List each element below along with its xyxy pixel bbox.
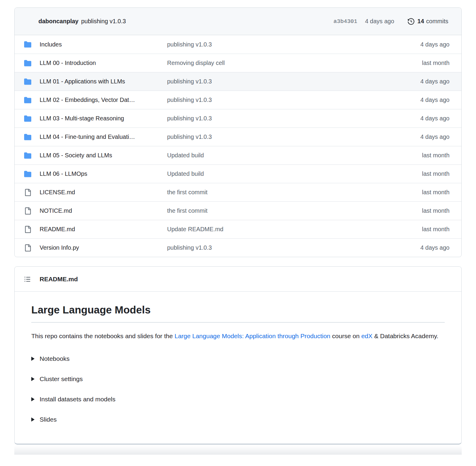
file-name-cell: Includes: [24, 41, 167, 48]
file-name[interactable]: Version Info.py: [40, 244, 79, 251]
table-row: Version Info.py publishing v1.0.3 4 days…: [15, 238, 461, 257]
folder-icon: [24, 170, 31, 178]
table-row: LLM 05 - Society and LLMs Updated build …: [15, 146, 461, 164]
readme-sections: Notebooks Cluster settings Install datas…: [31, 354, 445, 424]
readme-collapsible-section: Notebooks: [31, 354, 445, 363]
list-unordered-icon[interactable]: [24, 276, 31, 282]
readme-filename: README.md: [40, 276, 78, 283]
commits-count: 14: [417, 18, 424, 25]
folder-icon: [24, 60, 31, 67]
commit-message[interactable]: publishing v1.0.3: [167, 115, 420, 122]
commit-date: 4 days ago: [420, 41, 449, 48]
readme-header: README.md: [15, 267, 461, 292]
file-name-cell: LLM 01 - Applications with LLMs: [24, 78, 167, 85]
commit-message[interactable]: Updated build: [167, 152, 422, 159]
commit-date: 4 days ago: [420, 115, 449, 122]
section-summary[interactable]: Cluster settings: [31, 375, 445, 383]
file-name[interactable]: Includes: [40, 41, 62, 48]
section-label: Install datasets and models: [40, 395, 115, 404]
readme-intro: This repo contains the notebooks and sli…: [31, 330, 445, 342]
commit-message[interactable]: the first commit: [167, 189, 422, 196]
triangle-right-icon: [31, 377, 35, 381]
commit-message[interactable]: Update README.md: [167, 226, 422, 233]
file-icon: [24, 207, 31, 215]
triangle-right-icon: [31, 357, 35, 361]
commit-message[interactable]: publishing v1.0.3: [167, 78, 420, 85]
commit-message[interactable]: Removing display cell: [167, 60, 422, 66]
intro-text: This repo contains the notebooks and sli…: [31, 333, 175, 339]
file-name-cell: LICENSE.md: [24, 189, 167, 196]
folder-icon: [24, 78, 31, 85]
file-name-cell: LLM 06 - LLMOps: [24, 170, 167, 178]
edx-link[interactable]: edX: [361, 333, 372, 339]
commit-message[interactable]: publishing v1.0.3: [167, 41, 420, 48]
commit-message[interactable]: publishing v1.0.3: [167, 244, 420, 251]
commit-date: last month: [422, 152, 449, 159]
commits-history-link[interactable]: 14 commits: [408, 18, 448, 25]
section-label: Cluster settings: [40, 375, 83, 383]
commit-date: 4 days ago: [420, 244, 449, 251]
file-name[interactable]: LLM 06 - LLMOps: [40, 170, 87, 177]
table-row: LLM 06 - LLMOps Updated build last month: [15, 164, 461, 183]
commit-message[interactable]: the first commit: [167, 207, 422, 214]
commit-date: last month: [422, 170, 449, 177]
readme-collapsible-section: Cluster settings: [31, 375, 445, 383]
section-label: Notebooks: [40, 354, 69, 363]
commit-date: last month: [422, 189, 449, 196]
latest-commit-bar: daboncanplay publishing v1.0.3 a3b4301 4…: [15, 8, 461, 35]
file-name-cell: LLM 05 - Society and LLMs: [24, 152, 167, 159]
commit-meta: a3b4301 4 days ago 14 commits: [334, 18, 448, 25]
file-name[interactable]: LLM 04 - Fine-tuning and Evaluati…: [40, 133, 135, 140]
commit-message-link[interactable]: publishing v1.0.3: [81, 18, 126, 25]
table-row: Includes publishing v1.0.3 4 days ago: [15, 35, 461, 54]
table-row: LICENSE.md the first commit last month: [15, 183, 461, 201]
file-icon: [24, 189, 31, 196]
file-name-cell: LLM 04 - Fine-tuning and Evaluati…: [24, 133, 167, 141]
file-name[interactable]: LLM 03 - Multi-stage Reasoning: [40, 115, 124, 122]
commit-author-link[interactable]: daboncanplay: [38, 18, 78, 25]
commit-message[interactable]: publishing v1.0.3: [167, 133, 420, 140]
folder-icon: [24, 41, 31, 48]
triangle-right-icon: [31, 417, 35, 422]
file-name[interactable]: README.md: [40, 226, 75, 233]
repo-page: daboncanplay publishing v1.0.3 a3b4301 4…: [0, 0, 476, 455]
file-name[interactable]: LICENSE.md: [40, 189, 75, 196]
commit-message[interactable]: Updated build: [167, 170, 422, 177]
section-summary[interactable]: Install datasets and models: [31, 395, 445, 404]
file-name-cell: LLM 00 - Introduction: [24, 60, 167, 67]
file-listing-box: daboncanplay publishing v1.0.3 a3b4301 4…: [14, 7, 462, 257]
table-row: LLM 02 - Embeddings, Vector Dat… publish…: [15, 91, 461, 109]
commit-message[interactable]: publishing v1.0.3: [167, 97, 420, 103]
commit-date: last month: [422, 226, 449, 233]
intro-text: course on: [330, 333, 361, 339]
folder-icon: [24, 133, 31, 141]
commit-hash-link[interactable]: a3b4301: [334, 18, 357, 25]
commit-date: last month: [422, 60, 449, 66]
file-name[interactable]: LLM 02 - Embeddings, Vector Dat…: [40, 97, 135, 103]
course-link[interactable]: Large Language Models: Application throu…: [175, 333, 330, 339]
section-summary[interactable]: Notebooks: [31, 354, 445, 363]
table-row: NOTICE.md the first commit last month: [15, 201, 461, 220]
table-row: LLM 04 - Fine-tuning and Evaluati… publi…: [15, 128, 461, 146]
readme-collapsible-section: Slides: [31, 415, 445, 424]
table-row: LLM 00 - Introduction Removing display c…: [15, 54, 461, 72]
file-name[interactable]: LLM 01 - Applications with LLMs: [40, 78, 125, 85]
file-name[interactable]: LLM 00 - Introduction: [40, 60, 96, 66]
commit-date: last month: [422, 207, 449, 214]
readme-box: README.md Large Language Models This rep…: [14, 266, 462, 445]
folder-icon: [24, 97, 31, 104]
intro-text: & Databricks Academy.: [372, 333, 438, 339]
file-name[interactable]: NOTICE.md: [40, 207, 72, 214]
section-label: Slides: [40, 415, 57, 424]
page-bottom-fade: [14, 446, 462, 455]
history-icon: [408, 18, 414, 25]
file-name-cell: LLM 03 - Multi-stage Reasoning: [24, 115, 167, 122]
section-summary[interactable]: Slides: [31, 415, 445, 424]
table-row: LLM 03 - Multi-stage Reasoning publishin…: [15, 109, 461, 128]
file-name[interactable]: LLM 05 - Society and LLMs: [40, 152, 112, 159]
file-name-cell: LLM 02 - Embeddings, Vector Dat…: [24, 97, 167, 104]
file-name-cell: README.md: [24, 226, 167, 233]
commit-date: 4 days ago: [420, 78, 449, 85]
file-icon: [24, 244, 31, 251]
table-row: README.md Update README.md last month: [15, 220, 461, 238]
